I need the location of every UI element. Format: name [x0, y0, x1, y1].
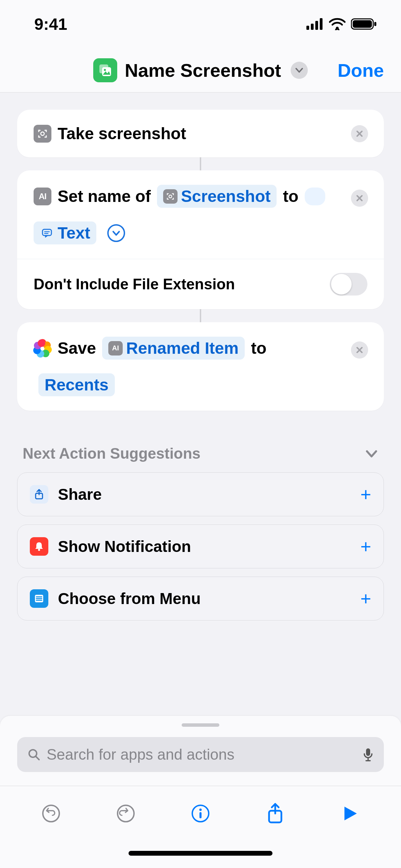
shortcut-app-icon: [93, 58, 117, 82]
photos-app-icon: [34, 339, 51, 357]
editor-toolbar: [0, 786, 401, 841]
info-icon: [191, 804, 210, 823]
header-title-group[interactable]: Name Screenshot: [93, 58, 308, 82]
play-icon: [341, 805, 359, 822]
svg-rect-0: [306, 26, 309, 30]
svg-rect-13: [42, 229, 51, 236]
run-button[interactable]: [339, 803, 361, 824]
wifi-icon: [329, 18, 345, 30]
action-set-name[interactable]: AI Set name of Screenshot to Text: [17, 170, 384, 309]
title-menu-button[interactable]: [291, 62, 308, 79]
chevron-down-icon: [112, 229, 121, 238]
share-icon: [266, 803, 285, 824]
svg-point-12: [169, 195, 172, 197]
close-icon: [356, 130, 363, 137]
suggestion-label: Show Notification: [58, 537, 191, 556]
svg-point-15: [38, 549, 40, 551]
cellular-icon: [306, 18, 324, 30]
delete-action-button[interactable]: [351, 341, 368, 359]
close-icon: [356, 194, 363, 202]
rename-icon: AI: [34, 188, 51, 205]
add-suggestion-button[interactable]: +: [360, 484, 371, 505]
undo-icon: [41, 804, 61, 823]
suggestion-share[interactable]: Share +: [17, 472, 384, 516]
status-time: 9:41: [34, 15, 67, 34]
search-placeholder: Search for apps and actions: [47, 746, 356, 763]
action-connector: [200, 157, 201, 170]
done-button[interactable]: Done: [338, 60, 384, 81]
name-value-field[interactable]: [305, 188, 325, 205]
variable-label: Renamed Item: [126, 339, 239, 358]
svg-rect-9: [102, 67, 111, 76]
variable-renamed-item[interactable]: AI Renamed Item: [102, 337, 245, 360]
share-icon: [30, 485, 48, 504]
shortcut-editor-content: Take screenshot AI Set name of Screensho…: [0, 93, 401, 716]
suggestions-title: Next Action Suggestions: [23, 445, 200, 462]
nav-header: Name Screenshot Done: [0, 48, 401, 93]
delete-action-button[interactable]: [351, 190, 368, 207]
status-icons: [306, 18, 377, 30]
svg-rect-7: [374, 22, 376, 26]
expand-options-button[interactable]: [107, 224, 125, 242]
search-input[interactable]: Search for apps and actions: [17, 737, 384, 772]
camera-viewfinder-icon: [163, 189, 178, 204]
chevron-down-icon: [365, 447, 378, 460]
album-recents[interactable]: Recents: [38, 373, 115, 396]
add-suggestion-button[interactable]: +: [360, 588, 371, 609]
variable-label: Text: [58, 224, 90, 242]
suggestion-show-notification[interactable]: Show Notification +: [17, 525, 384, 568]
suggestion-label: Choose from Menu: [58, 589, 201, 608]
share-button[interactable]: [264, 803, 286, 824]
status-bar: 9:41: [0, 0, 401, 48]
bell-icon: [30, 537, 48, 556]
save-mid: to: [251, 339, 266, 358]
delete-action-button[interactable]: [351, 125, 368, 142]
svg-point-4: [336, 27, 339, 29]
svg-point-19: [43, 805, 59, 822]
variable-text[interactable]: Text: [34, 221, 96, 244]
variable-screenshot[interactable]: Screenshot: [157, 185, 277, 208]
home-indicator: [0, 841, 401, 868]
photos-stack-icon: [98, 63, 112, 77]
action-connector: [200, 309, 201, 322]
shortcut-title: Name Screenshot: [125, 60, 281, 81]
svg-rect-1: [311, 24, 314, 30]
undo-button[interactable]: [40, 803, 62, 824]
variable-label: Screenshot: [181, 187, 270, 206]
option-dont-include-extension: Don't Include File Extension: [17, 259, 384, 309]
chevron-down-icon: [295, 66, 303, 74]
suggestions-header[interactable]: Next Action Suggestions: [23, 445, 378, 462]
set-name-mid: to: [283, 187, 298, 206]
close-icon: [356, 346, 363, 354]
sheet-grabber[interactable]: [182, 723, 219, 727]
search-icon: [27, 748, 40, 761]
menu-list-icon: [30, 589, 48, 608]
action-search-sheet[interactable]: Search for apps and actions: [0, 716, 401, 786]
action-save-to-photos[interactable]: Save AI Renamed Item to Recents: [17, 322, 384, 411]
svg-point-10: [104, 69, 106, 71]
option-label: Don't Include File Extension: [34, 276, 235, 293]
save-prefix: Save: [58, 339, 96, 358]
text-bubble-icon: [40, 226, 54, 240]
svg-rect-3: [320, 18, 323, 30]
svg-rect-18: [366, 748, 370, 756]
set-name-prefix: Set name of: [58, 187, 151, 206]
action-label: Take screenshot: [58, 124, 186, 143]
svg-rect-6: [353, 20, 372, 28]
option-switch[interactable]: [330, 273, 367, 296]
add-suggestion-button[interactable]: +: [360, 536, 371, 557]
action-take-screenshot[interactable]: Take screenshot: [17, 110, 384, 157]
redo-icon: [116, 804, 135, 823]
svg-point-11: [41, 132, 44, 135]
svg-point-22: [199, 808, 202, 811]
redo-button[interactable]: [115, 803, 137, 824]
battery-icon: [351, 18, 377, 30]
camera-viewfinder-icon: [34, 125, 51, 143]
svg-rect-2: [315, 21, 318, 30]
info-button[interactable]: [190, 803, 211, 824]
suggestion-label: Share: [58, 485, 102, 504]
suggestion-choose-from-menu[interactable]: Choose from Menu +: [17, 577, 384, 620]
mic-icon[interactable]: [363, 747, 374, 762]
album-label: Recents: [45, 375, 109, 394]
rename-icon: AI: [108, 341, 123, 355]
